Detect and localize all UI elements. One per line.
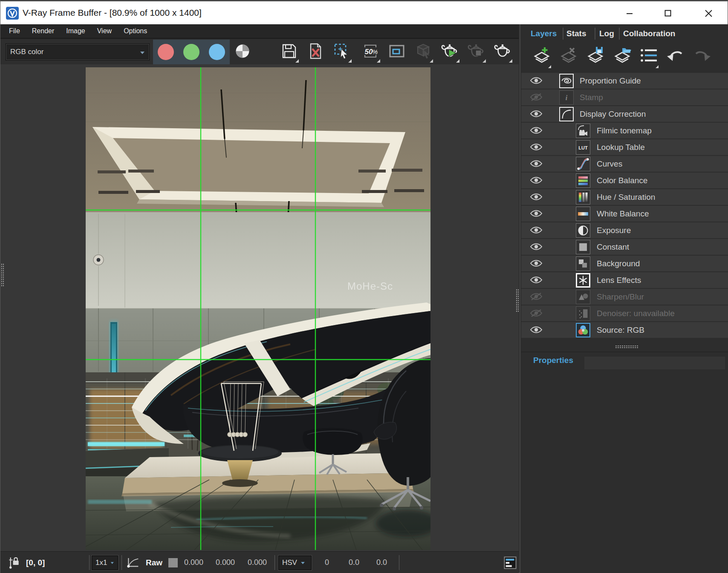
image-viewport[interactable]: MoHe-Sc xyxy=(0,64,519,551)
stop-render-button[interactable] xyxy=(465,41,487,63)
layer-row-exposure[interactable]: Exposure xyxy=(521,222,728,238)
pixel-zoom-dropdown[interactable]: 1x1 xyxy=(92,556,118,570)
colorspace-dropdown[interactable]: HSV xyxy=(278,556,312,570)
layer-row-lens-effects[interactable]: Lens Effects xyxy=(521,272,728,288)
start-render-button[interactable] xyxy=(439,41,460,63)
eye-visible-icon[interactable] xyxy=(530,325,543,334)
left-edge-drag-handle[interactable] xyxy=(1,263,4,287)
layer-row-proportion-guide[interactable]: Proportion Guide xyxy=(521,73,728,89)
save-layers-button[interactable] xyxy=(584,45,607,67)
white-balance-icon[interactable] xyxy=(576,207,590,221)
filmic-tonemap-icon[interactable] xyxy=(576,124,590,138)
tab-layers[interactable]: Layers xyxy=(531,24,557,43)
eye-visible-icon[interactable] xyxy=(530,209,543,218)
layer-row-lookup-table[interactable]: LUTLookup Table xyxy=(521,139,728,155)
hue-saturation-icon[interactable] xyxy=(576,190,590,204)
eye-visible-icon[interactable] xyxy=(530,259,543,268)
curves-icon[interactable] xyxy=(576,157,590,171)
button-menu-arrow[interactable] xyxy=(482,59,486,63)
properties-splitter-handle[interactable] xyxy=(615,345,639,348)
source-rgb-icon[interactable] xyxy=(576,323,590,337)
redo-button[interactable] xyxy=(690,45,713,67)
alpha-channel-button[interactable] xyxy=(230,40,255,64)
menu-render[interactable]: Render xyxy=(26,24,60,38)
add-layer-button[interactable] xyxy=(531,45,553,67)
eye-visible-icon[interactable] xyxy=(530,193,543,201)
denoiser-icon[interactable] xyxy=(576,306,590,321)
tab-log[interactable]: Log xyxy=(599,24,614,43)
list-view-button[interactable] xyxy=(638,45,660,67)
load-layers-button[interactable] xyxy=(611,45,633,67)
red-channel-button[interactable] xyxy=(153,40,179,64)
button-menu-arrow[interactable] xyxy=(430,59,433,63)
sharpen-blur-icon[interactable] xyxy=(576,290,590,304)
blue-channel-button[interactable] xyxy=(204,40,230,64)
panel-splitter-handle[interactable] xyxy=(516,289,519,313)
last-render-button[interactable] xyxy=(492,41,513,63)
display-correction-icon[interactable] xyxy=(559,107,574,121)
menu-view[interactable]: View xyxy=(91,24,118,38)
pixel-probe-lock-icon[interactable] xyxy=(8,552,20,573)
color-balance-icon[interactable] xyxy=(576,173,590,188)
eye-visible-icon[interactable] xyxy=(530,143,543,151)
properties-header[interactable]: Properties xyxy=(533,356,573,365)
layer-row-background[interactable]: Background xyxy=(521,256,728,271)
button-menu-arrow[interactable] xyxy=(456,59,459,63)
region-render-button[interactable] xyxy=(331,41,352,63)
channel-dropdown[interactable]: RGB color xyxy=(6,43,150,60)
clear-image-button[interactable] xyxy=(305,41,326,63)
layer-row-hue-saturation[interactable]: Hue / Saturation xyxy=(521,189,728,205)
maximize-button[interactable] xyxy=(659,4,677,22)
lens-effects-icon[interactable] xyxy=(576,273,590,288)
eye-visible-icon[interactable] xyxy=(530,242,543,251)
eye-visible-icon[interactable] xyxy=(530,176,543,184)
layer-row-display-correction[interactable]: Display Correction xyxy=(521,106,728,122)
eye-visible-icon[interactable] xyxy=(530,226,543,234)
close-button[interactable] xyxy=(699,4,718,22)
layer-row-sharpen-blur[interactable]: Sharpen/Blur xyxy=(521,289,728,305)
eye-visible-icon[interactable] xyxy=(530,76,543,85)
layer-row-white-balance[interactable]: White Balance xyxy=(521,206,728,222)
eye-visible-icon[interactable] xyxy=(530,109,543,118)
background-icon[interactable] xyxy=(576,256,590,271)
histogram-button[interactable] xyxy=(504,552,517,573)
tab-stats[interactable]: Stats xyxy=(566,24,586,43)
undo-button[interactable] xyxy=(665,45,687,67)
delete-layer-button[interactable] xyxy=(558,45,580,67)
button-menu-arrow[interactable] xyxy=(295,59,299,63)
save-image-button[interactable] xyxy=(278,41,300,63)
layer-row-constant[interactable]: Constant xyxy=(521,239,728,255)
render-last-button[interactable] xyxy=(413,41,434,63)
button-menu-arrow[interactable] xyxy=(509,59,512,63)
eye-visible-icon[interactable] xyxy=(530,276,543,284)
menu-file[interactable]: File xyxy=(3,24,26,38)
eye-hidden-icon[interactable] xyxy=(530,93,543,101)
rendered-image[interactable]: MoHe-Sc xyxy=(86,67,430,550)
region-frame-button[interactable] xyxy=(386,41,407,63)
layer-row-curves[interactable]: Curves xyxy=(521,156,728,172)
exposure-icon[interactable] xyxy=(576,223,590,238)
button-menu-arrow[interactable] xyxy=(656,65,659,68)
menu-options[interactable]: Options xyxy=(118,24,153,38)
tab-collaboration[interactable]: Collaboration xyxy=(623,24,675,43)
eye-visible-icon[interactable] xyxy=(530,159,543,168)
menu-image[interactable]: Image xyxy=(60,24,91,38)
minimize-button[interactable] xyxy=(620,4,639,22)
button-menu-arrow[interactable] xyxy=(348,59,352,63)
button-menu-arrow[interactable] xyxy=(377,59,380,63)
lut-icon[interactable]: LUT xyxy=(576,140,590,155)
green-channel-button[interactable] xyxy=(179,40,204,64)
eye-hidden-icon[interactable] xyxy=(530,309,543,317)
layer-row-denoiser-unavailable[interactable]: Denoiser: unavailable xyxy=(521,305,728,321)
eye-hidden-icon[interactable] xyxy=(530,292,543,301)
stamp-icon[interactable]: i xyxy=(559,90,574,105)
layer-row-source-rgb[interactable]: Source: RGB xyxy=(521,322,728,338)
layer-row-stamp[interactable]: iStamp xyxy=(521,89,728,105)
button-menu-arrow[interactable] xyxy=(548,65,551,68)
proportion-guide-icon[interactable] xyxy=(559,74,574,88)
layer-row-color-balance[interactable]: Color Balance xyxy=(521,173,728,188)
layer-row-filmic-tonemap[interactable]: Filmic tonemap xyxy=(521,123,728,138)
zoom-50-button[interactable]: 50% xyxy=(360,41,381,63)
constant-icon[interactable] xyxy=(576,240,590,254)
eye-visible-icon[interactable] xyxy=(530,126,543,135)
